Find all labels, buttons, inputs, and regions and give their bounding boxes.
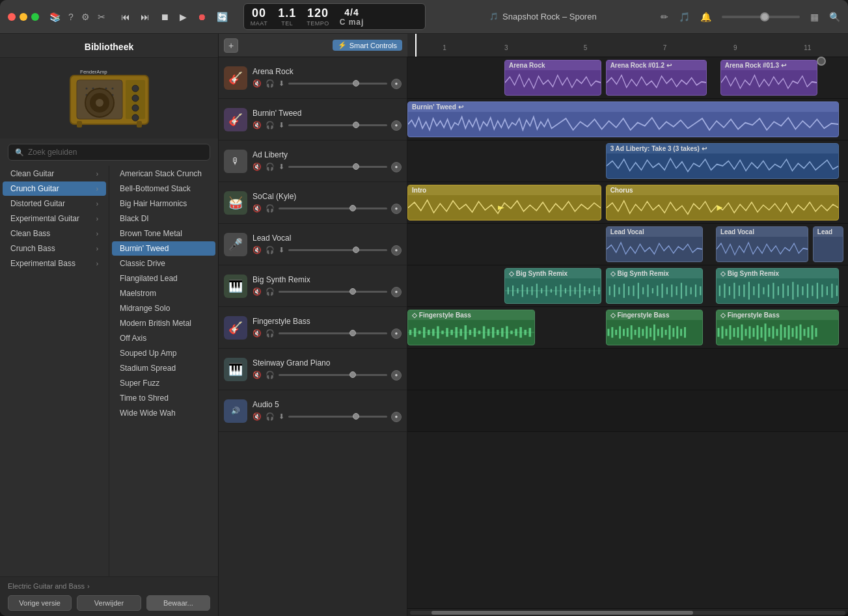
lib-right-wide-wah[interactable]: Wide Wide Wah <box>112 406 215 420</box>
mute-icon[interactable]: 🔇 <box>253 412 262 421</box>
sidebar-item-experimental-guitar[interactable]: Experimental Guitar › <box>3 211 106 226</box>
clip-socal-chorus[interactable]: Chorus <box>606 185 840 221</box>
scissors-icon[interactable]: ✂ <box>98 12 105 22</box>
track-pan-btn-bass[interactable]: ● <box>391 328 402 339</box>
track-volume-slider-piano[interactable] <box>279 374 387 376</box>
mute-icon[interactable]: 🔇 <box>253 121 262 129</box>
sidebar-item-crunch-bass[interactable]: Crunch Bass › <box>3 241 106 256</box>
headphones-icon[interactable]: 🎧 <box>266 79 275 88</box>
clip-fingerstyle-1[interactable]: ◇ Fingerstyle Bass <box>407 310 535 345</box>
track-item-lead-vocal[interactable]: 🎤 Lead Vocal 🔇 🎧 ⬇ ● <box>219 224 407 265</box>
record-arm-icon[interactable]: ⬇ <box>279 412 284 421</box>
track-volume-slider-vocal[interactable] <box>288 249 387 251</box>
loop-button[interactable]: 🔄 <box>214 10 230 23</box>
track-volume-slider-audio5[interactable] <box>288 416 387 418</box>
record-arm-icon[interactable]: ⬇ <box>279 121 284 129</box>
track-pan-btn-arena[interactable]: ● <box>391 79 402 89</box>
track-pan-btn-synth[interactable]: ● <box>391 287 402 297</box>
track-volume-slider-arena[interactable] <box>288 83 387 85</box>
clip-lead-vocal-3[interactable]: Lead <box>813 226 843 262</box>
track-item-steinway[interactable]: 🎹 Steinway Grand Piano 🔇 🎧 ● <box>219 349 407 390</box>
library-icon[interactable]: 📚 <box>49 12 61 22</box>
record-arm-icon[interactable]: ⬇ <box>279 246 284 254</box>
horizontal-scrollbar[interactable] <box>407 608 848 616</box>
record-arm-icon[interactable]: ⬇ <box>279 163 284 171</box>
lib-right-classic-drive[interactable]: Classic Drive <box>112 256 215 271</box>
headphones-icon[interactable]: 🎧 <box>266 121 275 129</box>
save-button[interactable]: Bewaar... <box>146 595 210 611</box>
lib-right-midrange-solo[interactable]: Midrange Solo <box>112 301 215 315</box>
search-icon[interactable]: 🔍 <box>829 12 840 22</box>
mute-icon[interactable]: 🔇 <box>253 329 262 338</box>
clip-arena-rock-3[interactable]: Arena Rock #01.3 ↩ <box>720 60 817 96</box>
mute-icon[interactable]: 🔇 <box>253 371 262 379</box>
track-volume-slider-synth[interactable] <box>279 291 387 293</box>
track-pan-btn-adlib[interactable]: ● <box>391 162 402 172</box>
track-pan-btn-burnin[interactable]: ● <box>391 120 402 131</box>
track-item-big-synth[interactable]: 🎹 Big Synth Remix 🔇 🎧 ● <box>219 265 407 307</box>
clip-big-synth-2[interactable]: ◇ Big Synth Remix <box>606 268 703 304</box>
record-button[interactable]: ⏺ <box>195 10 209 23</box>
lib-right-bell-bottomed[interactable]: Bell-Bottomed Stack <box>112 181 215 196</box>
mute-icon[interactable]: 🔇 <box>253 163 262 171</box>
master-slider-track[interactable] <box>722 16 800 18</box>
mute-icon[interactable]: 🔇 <box>253 79 262 88</box>
record-arm-icon[interactable]: ⬇ <box>279 79 284 88</box>
pencil-icon[interactable]: ✏ <box>661 12 668 22</box>
mute-icon[interactable]: 🔇 <box>253 288 262 296</box>
track-volume-slider-socal[interactable] <box>279 208 387 209</box>
metronome-icon[interactable]: 🔔 <box>700 12 711 22</box>
track-pan-btn-vocal[interactable]: ● <box>391 245 402 256</box>
add-track-button[interactable]: + <box>224 38 238 53</box>
previous-version-button[interactable]: Vorige versie <box>8 595 72 611</box>
headphones-icon[interactable]: 🎧 <box>266 204 275 213</box>
track-item-burnin-tweed[interactable]: 🎸 Burnin' Tweed 🔇 🎧 ⬇ ● <box>219 99 407 141</box>
layout-icon[interactable]: ▦ <box>810 12 819 22</box>
headphones-icon[interactable]: 🎧 <box>266 246 275 254</box>
track-pan-btn-piano[interactable]: ● <box>391 370 402 381</box>
rewind-button[interactable]: ⏮ <box>118 10 133 23</box>
lib-right-brown-tone[interactable]: Brown Tone Metal <box>112 226 215 241</box>
headphones-icon[interactable]: 🎧 <box>266 371 275 379</box>
lib-right-american-stack[interactable]: American Stack Crunch <box>112 167 215 181</box>
lib-right-modern-british[interactable]: Modern British Metal <box>112 316 215 330</box>
track-item-ad-liberty[interactable]: 🎙 Ad Liberty 🔇 🎧 ⬇ ● <box>219 141 407 182</box>
lib-right-big-hair[interactable]: Big Hair Harmonics <box>112 196 215 211</box>
lib-right-off-axis[interactable]: Off Axis <box>112 331 215 345</box>
clip-socal-intro[interactable]: Intro <box>407 185 601 221</box>
clip-burnin-tweed[interactable]: Burnin' Tweed ↩ <box>407 101 839 137</box>
help-icon[interactable]: ? <box>68 12 74 22</box>
track-volume-slider-adlib[interactable] <box>288 166 387 168</box>
track-item-socal[interactable]: 🥁 SoCal (Kyle) 🔇 🎧 ● <box>219 182 407 224</box>
track-volume-slider-burnin[interactable] <box>288 124 387 126</box>
scrollbar-thumb[interactable] <box>431 611 692 615</box>
close-button[interactable] <box>8 13 16 21</box>
clip-lead-vocal-1[interactable]: Lead Vocal <box>606 226 703 262</box>
track-pan-btn-audio5[interactable]: ● <box>391 412 402 422</box>
sidebar-item-clean-bass[interactable]: Clean Bass › <box>3 226 106 241</box>
stop-button[interactable]: ⏹ <box>157 10 172 23</box>
track-item-arena-rock[interactable]: 🎸 Arena Rock 🔇 🎧 ⬇ ● <box>219 57 407 99</box>
sidebar-item-distorted-guitar[interactable]: Distorted Guitar › <box>3 196 106 211</box>
maximize-button[interactable] <box>31 13 39 21</box>
key-display[interactable]: 4/4 C maj <box>340 7 364 27</box>
mute-icon[interactable]: 🔇 <box>253 204 262 213</box>
clip-arena-rock-2[interactable]: Arena Rock #01.2 ↩ <box>606 60 707 96</box>
headphones-icon[interactable]: 🎧 <box>266 288 275 296</box>
midi-icon[interactable]: 🎵 <box>679 12 690 22</box>
clip-ad-liberty[interactable]: 3 Ad Liberty: Take 3 (3 takes) ↩ <box>606 143 840 179</box>
sidebar-item-clean-guitar[interactable]: Clean Guitar › <box>3 167 106 181</box>
headphones-icon[interactable]: 🎧 <box>266 163 275 171</box>
clip-lead-vocal-2[interactable]: Lead Vocal <box>716 226 808 262</box>
track-item-audio-5[interactable]: 🔊 Audio 5 🔇 🎧 ⬇ ● <box>219 390 407 432</box>
lib-right-maelstrom[interactable]: Maelstrom <box>112 286 215 301</box>
lib-right-souped-up[interactable]: Souped Up Amp <box>112 346 215 360</box>
play-button[interactable]: ▶ <box>177 10 189 23</box>
delete-button[interactable]: Verwijder <box>77 595 141 611</box>
clip-fingerstyle-3[interactable]: ◇ Fingerstyle Bass <box>716 310 840 345</box>
track-item-fingerstyle-bass[interactable]: 🎸 Fingerstyle Bass 🔇 🎧 ● <box>219 307 407 349</box>
clip-arena-rock-1[interactable]: Arena Rock <box>504 60 601 96</box>
mute-icon[interactable]: 🔇 <box>253 246 262 254</box>
clip-big-synth-1[interactable]: ◇ Big Synth Remix <box>504 268 601 304</box>
lib-right-stadium-spread[interactable]: Stadium Spread <box>112 361 215 375</box>
